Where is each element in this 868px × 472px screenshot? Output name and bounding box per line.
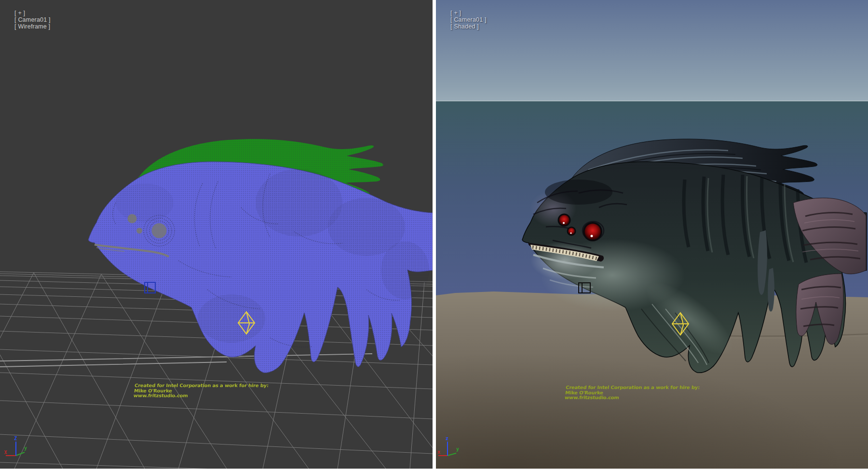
- credits-line-2: Mike O'Rourke: [134, 388, 268, 393]
- viewport-workspace: [ + ] [ Camera01 ] [ Wireframe ]: [0, 0, 868, 472]
- viewport-shading-menu-button[interactable]: [ Shaded ]: [450, 23, 479, 30]
- fish-creature-wireframe[interactable]: [88, 162, 433, 373]
- credits-line-3: www.fritzstudio.com: [564, 395, 699, 400]
- axis-y-label: y: [456, 446, 459, 452]
- viewport-shaded[interactable]: [ + ] [ Camera01 ] [ Shaded ]: [436, 0, 868, 469]
- scene-credits-text: Created for Intel Corporation as a work …: [133, 383, 269, 398]
- credits-line-1: Created for Intel Corporation as a work …: [566, 385, 700, 390]
- axis-y-label: y: [24, 445, 27, 451]
- credits-line-2: Mike O'Rourke: [565, 390, 699, 395]
- viewport-menu-bar-left: [ + ] [ Camera01 ] [ Wireframe ]: [4, 3, 52, 37]
- viewport-menu-bar-right: [ + ] [ Camera01 ] [ Shaded ]: [440, 3, 488, 37]
- viewport-general-menu-button[interactable]: [ + ]: [14, 10, 25, 16]
- viewport-shading-menu-button[interactable]: [ Wireframe ]: [14, 23, 50, 30]
- axis-x-label: X: [4, 450, 7, 455]
- scene-credits-text: Created for Intel Corporation as a work …: [564, 385, 700, 400]
- sky: [436, 0, 868, 101]
- axis-z-label: Z: [14, 436, 17, 441]
- viewport-general-menu-button[interactable]: [ + ]: [450, 10, 461, 16]
- credits-line-3: www.fritzstudio.com: [133, 393, 268, 398]
- axis-x-label: x: [437, 449, 440, 455]
- credits-line-1: Created for Intel Corporation as a work …: [135, 383, 269, 388]
- viewport-camera-menu-button[interactable]: [ Camera01 ]: [450, 16, 487, 23]
- viewport-wireframe[interactable]: [ + ] [ Camera01 ] [ Wireframe ]: [0, 0, 433, 469]
- viewport-camera-menu-button[interactable]: [ Camera01 ]: [14, 16, 51, 23]
- axis-z-label: z: [446, 436, 448, 441]
- world-axis-gizmo: X y Z: [4, 436, 27, 456]
